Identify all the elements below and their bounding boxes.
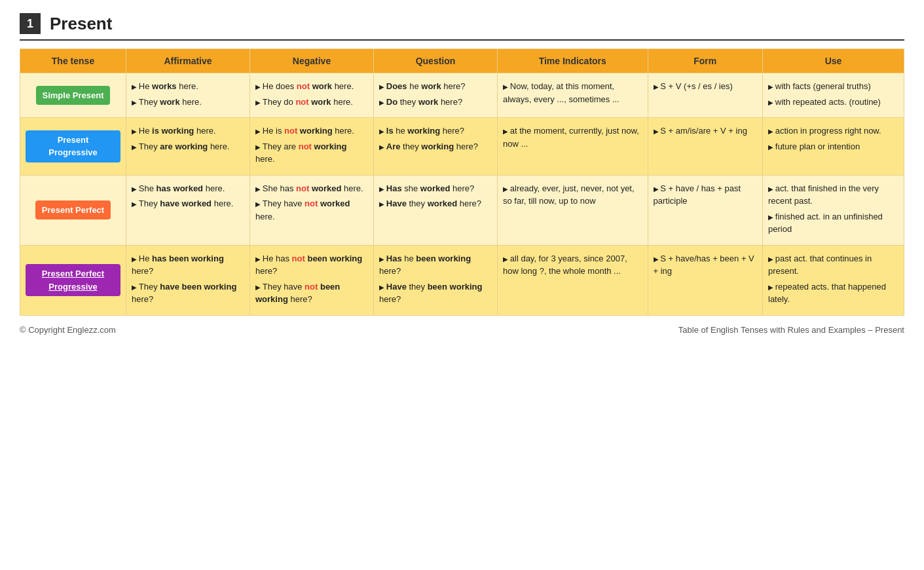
form-cell: S + have / has + past participle — [648, 175, 763, 245]
page-header: 1 Present — [20, 13, 904, 41]
question-cell: Has she worked here?Have they worked her… — [374, 175, 498, 245]
col-header-form: Form — [648, 49, 763, 73]
use-cell: past act. that continues in present.repe… — [763, 245, 904, 315]
time-indicators-cell: Now, today, at this moment, always, ever… — [498, 73, 648, 118]
tense-cell: Present Perfect Progressive — [20, 245, 126, 315]
col-header-question: Question — [374, 49, 498, 73]
question-cell: Does he work here?Do they work here? — [374, 73, 498, 118]
negative-cell: He is not working here.They are not work… — [250, 118, 374, 176]
tenses-table: The tense Affirmative Negative Question … — [20, 48, 904, 316]
col-header-time: Time Indicators — [498, 49, 648, 73]
section-title: Present — [50, 14, 112, 34]
question-cell: Is he working here?Are they working here… — [374, 118, 498, 176]
affirmative-cell: He is working here.They are working here… — [126, 118, 250, 176]
col-header-affirmative: Affirmative — [126, 49, 250, 73]
table-row: Present ProgressiveHe is working here.Th… — [20, 118, 904, 176]
form-cell: S + V (+s / es / ies) — [648, 73, 763, 118]
col-header-tense: The tense — [20, 49, 126, 73]
use-cell: action in progress right now.future plan… — [763, 118, 904, 176]
tense-badge: Present Progressive — [26, 130, 120, 162]
table-caption: Table of English Tenses with Rules and E… — [678, 325, 904, 335]
tense-cell: Present Progressive — [20, 118, 126, 176]
table-wrapper: The tense Affirmative Negative Question … — [20, 48, 904, 316]
page-footer: © Copyright Englezz.com Table of English… — [20, 325, 904, 335]
table-row: Present Perfect ProgressiveHe has been w… — [20, 245, 904, 315]
negative-cell: She has not worked here.They have not wo… — [250, 175, 374, 245]
tense-badge: Present Perfect — [35, 200, 111, 220]
use-cell: act. that finished in the very recent pa… — [763, 175, 904, 245]
form-cell: S + have/has + been + V + ing — [648, 245, 763, 315]
section-number: 1 — [20, 13, 41, 34]
copyright-text: © Copyright Englezz.com — [20, 325, 116, 335]
affirmative-cell: She has worked here.They have worked her… — [126, 175, 250, 245]
table-row: Present PerfectShe has worked here.They … — [20, 175, 904, 245]
affirmative-cell: He works here.They work here. — [126, 73, 250, 118]
time-indicators-cell: all day, for 3 years, since 2007, how lo… — [498, 245, 648, 315]
col-header-negative: Negative — [250, 49, 374, 73]
tense-cell: Simple Present — [20, 73, 126, 118]
negative-cell: He has not been working here?They have n… — [250, 245, 374, 315]
tense-cell: Present Perfect — [20, 175, 126, 245]
time-indicators-cell: at the moment, currently, just now, now … — [498, 118, 648, 176]
affirmative-cell: He has been working here?They have been … — [126, 245, 250, 315]
col-header-use: Use — [763, 49, 904, 73]
form-cell: S + am/is/are + V + ing — [648, 118, 763, 176]
tense-badge: Present Perfect Progressive — [26, 264, 120, 296]
use-cell: with facts (general truths)with repeated… — [763, 73, 904, 118]
tense-badge: Simple Present — [36, 86, 111, 105]
negative-cell: He does not work here.They do not work h… — [250, 73, 374, 118]
question-cell: Has he been working here?Have they been … — [374, 245, 498, 315]
table-header-row: The tense Affirmative Negative Question … — [20, 49, 904, 73]
time-indicators-cell: already, ever, just, never, not yet, so … — [498, 175, 648, 245]
table-row: Simple PresentHe works here.They work he… — [20, 73, 904, 118]
